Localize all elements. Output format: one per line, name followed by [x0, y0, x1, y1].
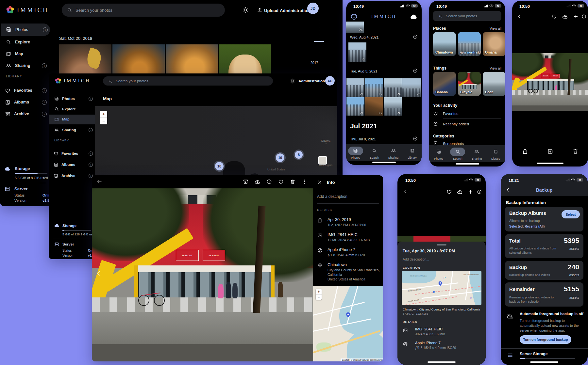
- photo-thumbnail[interactable]: [346, 22, 364, 33]
- info-icon[interactable]: i: [89, 151, 93, 156]
- cloud-upload-icon[interactable]: [457, 189, 463, 195]
- sidebar-item-albums[interactable]: Albums i: [5, 97, 48, 107]
- photo-thumbnail[interactable]: [384, 78, 402, 97]
- nav-sharing[interactable]: Sharing: [384, 147, 403, 159]
- cloud-download-icon[interactable]: [255, 179, 260, 185]
- photo-sliver[interactable]: [397, 236, 486, 242]
- archive-add-icon[interactable]: [547, 148, 553, 154]
- info-icon[interactable]: i: [42, 88, 47, 93]
- trash-icon[interactable]: [572, 148, 579, 154]
- sidebar-item-favorites[interactable]: Favorites i: [5, 86, 48, 95]
- photo-thumbnail[interactable]: [346, 78, 364, 97]
- profile-avatar-icon[interactable]: [350, 13, 358, 20]
- timeline-scrubber-handle[interactable]: [314, 41, 324, 42]
- view-all-link[interactable]: View all: [490, 26, 501, 30]
- photo-thumbnail[interactable]: [365, 97, 383, 116]
- map-cluster-marker[interactable]: 8: [295, 151, 303, 159]
- upload-button[interactable]: Upload: [264, 8, 278, 13]
- nav-search[interactable]: Search: [365, 147, 384, 159]
- sidebar-item-explore[interactable]: Explore: [6, 37, 48, 47]
- share-icon[interactable]: [522, 148, 528, 154]
- select-check-icon[interactable]: [413, 136, 418, 141]
- sidebar-item-albums[interactable]: Albums i: [54, 160, 93, 169]
- nav-library[interactable]: Library: [403, 147, 422, 159]
- turn-on-foreground-backup-button[interactable]: Turn on foreground backup: [520, 335, 571, 344]
- view-all-link[interactable]: View all: [490, 66, 501, 70]
- close-icon[interactable]: [317, 180, 322, 185]
- map-cluster-marker[interactable]: 10: [276, 153, 284, 162]
- nav-sharing[interactable]: Sharing: [467, 148, 486, 160]
- kebab-menu-icon[interactable]: [302, 179, 307, 184]
- map-zoom-control[interactable]: + −: [100, 111, 107, 124]
- nav-search[interactable]: Search: [448, 148, 467, 160]
- info-icon[interactable]: [266, 179, 272, 184]
- info-icon[interactable]: i: [42, 100, 47, 105]
- user-avatar[interactable]: AU: [325, 76, 335, 86]
- heart-icon[interactable]: [446, 189, 452, 195]
- photo-in-n-out[interactable]: IN-N-OUT IN-N-OUT: [512, 53, 588, 111]
- back-chevron-icon[interactable]: [505, 187, 511, 193]
- sidebar-item-archive[interactable]: Archive i: [54, 171, 93, 180]
- info-icon[interactable]: i: [42, 112, 47, 117]
- activity-recently-added[interactable]: Recently added: [443, 122, 469, 126]
- zoom-out-button[interactable]: −: [100, 118, 107, 124]
- timeline-scrubber[interactable]: [319, 18, 321, 54]
- select-check-icon[interactable]: [413, 68, 418, 73]
- sidebar-item-map[interactable]: Map: [6, 49, 48, 59]
- search-input[interactable]: Search your photos: [433, 11, 501, 21]
- info-icon[interactable]: i: [89, 97, 93, 101]
- location-name[interactable]: Chinatown: [328, 262, 347, 267]
- administration-link[interactable]: Administration: [298, 79, 325, 83]
- sidebar-item-sharing[interactable]: Sharing i: [54, 126, 93, 134]
- back-chevron-icon[interactable]: [403, 189, 408, 195]
- info-icon[interactable]: i: [43, 27, 48, 32]
- thing-card[interactable]: Bicycle: [458, 72, 481, 96]
- info-icon[interactable]: i: [89, 128, 93, 132]
- place-card[interactable]: Omaha: [483, 32, 505, 56]
- add-description-field[interactable]: Add description...: [403, 257, 429, 261]
- map-cluster-marker[interactable]: 10: [215, 162, 224, 170]
- location-map[interactable]: Hyde Street Harbor The Embarcadero Jeffe…: [402, 271, 481, 305]
- thing-card[interactable]: Banana: [433, 72, 456, 96]
- photo-thumbnail[interactable]: [402, 78, 421, 97]
- add-description-field[interactable]: Add a description: [317, 194, 347, 199]
- info-icon[interactable]: [581, 14, 586, 19]
- place-card[interactable]: Chinatown: [433, 32, 456, 56]
- search-input[interactable]: Search your photos: [62, 4, 225, 17]
- info-icon[interactable]: [477, 189, 482, 194]
- photo-in-n-out[interactable]: IN-N-OUT IN-N-OUT: [92, 188, 313, 361]
- previous-photo-chevron-icon[interactable]: [95, 270, 102, 277]
- theme-toggle-sun-icon[interactable]: [243, 7, 249, 13]
- nav-library[interactable]: Library: [486, 148, 505, 160]
- zoom-in-button[interactable]: +: [100, 111, 107, 118]
- info-icon[interactable]: i: [89, 163, 93, 167]
- sidebar-item-photos[interactable]: Photos i: [54, 94, 93, 103]
- cloud-upload-icon[interactable]: [562, 14, 568, 20]
- photo-thumbnail[interactable]: [348, 42, 366, 62]
- administration-link[interactable]: Administration: [280, 8, 310, 13]
- backup-cloud-icon[interactable]: [410, 13, 417, 20]
- place-card[interactable]: Near north side: [458, 32, 481, 56]
- nav-photos[interactable]: Photos: [429, 148, 448, 160]
- back-arrow-icon[interactable]: [96, 179, 102, 185]
- heart-icon[interactable]: [551, 14, 557, 19]
- select-check-icon[interactable]: [413, 34, 418, 39]
- sheet-drag-handle[interactable]: [437, 244, 446, 246]
- map-zoom-control[interactable]: +−: [316, 289, 322, 300]
- theme-toggle-sun-icon[interactable]: [290, 78, 295, 84]
- sidebar-item-photos[interactable]: Photos i: [1, 24, 50, 36]
- sidebar-item-explore[interactable]: Explore: [54, 105, 93, 113]
- photo-thumbnail[interactable]: [365, 78, 383, 97]
- search-input[interactable]: Search your photos: [103, 76, 273, 86]
- location-map[interactable]: +− Leaflet | © OpenStreetMap contributor…: [313, 286, 383, 361]
- thing-card[interactable]: Boat: [483, 72, 505, 96]
- photo-thumbnail[interactable]: [346, 97, 364, 116]
- heart-icon[interactable]: [278, 179, 284, 184]
- map-photo-marker[interactable]: [318, 156, 327, 165]
- sidebar-item-map-active[interactable]: Map: [49, 115, 95, 124]
- nav-photos[interactable]: Photos: [346, 147, 365, 159]
- back-chevron-icon[interactable]: [517, 14, 522, 19]
- user-avatar[interactable]: JD: [307, 3, 319, 14]
- trash-icon[interactable]: [290, 179, 295, 184]
- plus-icon[interactable]: [573, 14, 579, 19]
